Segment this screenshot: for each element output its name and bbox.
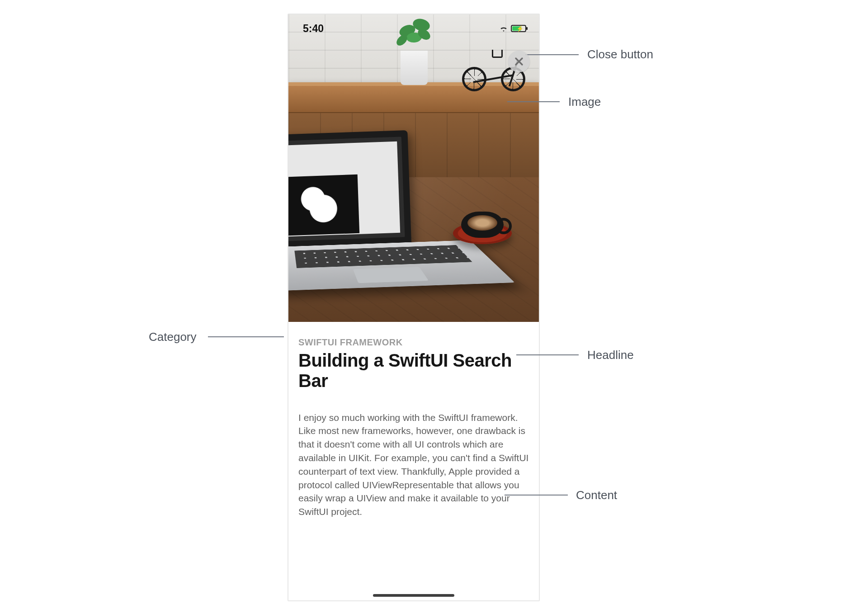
article-category: SWIFTUI FRAMEWORK	[298, 337, 529, 348]
article-content: I enjoy so much working with the SwiftUI…	[298, 411, 529, 519]
status-time: 5:40	[303, 23, 324, 35]
coffee-foam-icon	[467, 215, 497, 231]
close-button[interactable]	[508, 51, 530, 72]
annotation-close-button: Close button	[587, 47, 653, 61]
wifi-icon	[499, 24, 508, 33]
annotation-category: Category	[149, 330, 197, 344]
article-headline: Building a SwiftUI Search Bar	[298, 350, 529, 391]
leader-content	[505, 495, 568, 495]
battery-icon: ⚡	[511, 25, 526, 32]
laptop-icon	[288, 129, 454, 307]
annotation-content: Content	[576, 488, 617, 502]
leader-headline	[516, 354, 579, 355]
phone-frame: 5:40 ⚡ SWIFTUI FRAMEWORK Building a Swif…	[288, 14, 540, 601]
home-indicator	[373, 594, 454, 597]
close-icon	[514, 57, 524, 66]
hero-image: 5:40 ⚡	[288, 14, 539, 322]
annotation-headline: Headline	[587, 348, 634, 362]
article-body: SWIFTUI FRAMEWORK Building a SwiftUI Sea…	[288, 322, 539, 519]
status-icons: ⚡	[499, 24, 526, 33]
leader-image	[507, 101, 560, 102]
leader-close-button	[525, 54, 579, 55]
annotation-image: Image	[568, 95, 601, 109]
leader-category	[208, 336, 284, 337]
status-bar: 5:40 ⚡	[288, 14, 539, 40]
plant-pot-icon	[401, 51, 428, 85]
